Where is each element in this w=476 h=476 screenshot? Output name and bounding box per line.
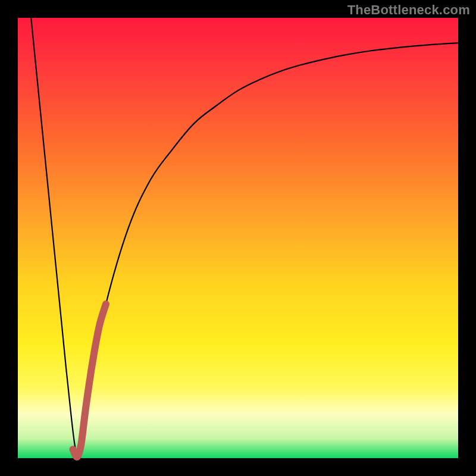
chart-svg (18, 18, 458, 458)
watermark-text: TheBottleneck.com (347, 2, 470, 18)
chart-frame: TheBottleneck.com (0, 0, 476, 476)
gradient-background (18, 18, 458, 458)
plot-area (18, 18, 458, 458)
